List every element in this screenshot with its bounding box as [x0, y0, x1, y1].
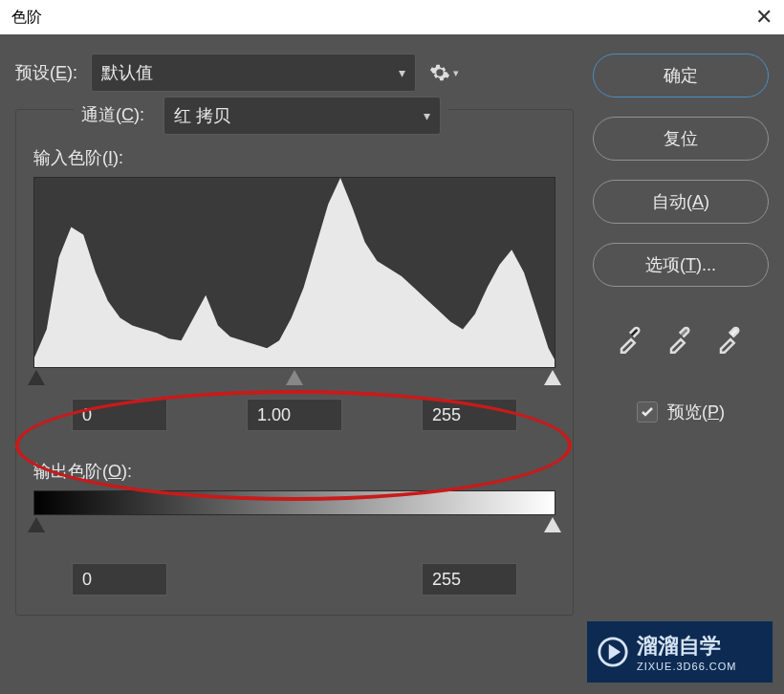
dialog-content: 预设(E): 默认值 ▾ ▾ 通道(C): 红 拷贝 ▾: [0, 34, 784, 635]
preset-label: 预设(E):: [15, 61, 77, 84]
output-levels-section: 输出色阶(O): 0 255: [33, 460, 555, 596]
channel-row: 通道(C): 红 拷贝 ▾: [74, 97, 448, 135]
watermark-brand: 溜溜自学: [637, 632, 736, 661]
output-gradient: [33, 490, 555, 515]
ok-button[interactable]: 确定: [593, 54, 769, 98]
titlebar: 色阶 ✕: [0, 0, 784, 34]
input-mid-field[interactable]: 1.00: [247, 399, 342, 431]
midtone-slider-handle[interactable]: [286, 370, 303, 385]
window-title: 色阶: [11, 8, 42, 28]
output-highlight-field[interactable]: 255: [422, 563, 517, 596]
close-icon[interactable]: ✕: [755, 5, 773, 30]
input-values-row: 0 1.00 255: [33, 399, 555, 431]
output-values-row: 0 255: [33, 563, 555, 596]
output-shadow-field[interactable]: 0: [72, 563, 167, 596]
input-shadow-field[interactable]: 0: [72, 399, 167, 431]
output-shadow-handle[interactable]: [28, 517, 45, 532]
output-slider-track[interactable]: [33, 517, 555, 536]
channel-select[interactable]: 红 拷贝 ▾: [163, 97, 441, 135]
preset-select[interactable]: 默认值 ▾: [91, 54, 416, 92]
shadow-slider-handle[interactable]: [28, 370, 45, 385]
input-highlight-field[interactable]: 255: [422, 399, 517, 431]
eyedropper-row: [593, 325, 769, 358]
watermark-url: ZIXUE.3D66.COM: [637, 661, 736, 672]
output-levels-label: 输出色阶(O):: [33, 460, 555, 483]
histogram: [33, 177, 555, 368]
watermark: 溜溜自学 ZIXUE.3D66.COM: [587, 621, 773, 683]
input-slider-track[interactable]: [33, 370, 555, 389]
preset-row: 预设(E): 默认值 ▾ ▾: [15, 54, 574, 92]
right-panel: 确定 复位 自动(A) 选项(T)... 预览(P): [593, 54, 769, 616]
channel-label: 通道(C):: [81, 105, 149, 124]
gray-point-eyedropper-icon[interactable]: [666, 325, 695, 358]
preview-checkbox[interactable]: [637, 401, 658, 423]
white-point-eyedropper-icon[interactable]: [716, 325, 745, 358]
auto-button[interactable]: 自动(A): [593, 180, 769, 224]
channel-value: 红 拷贝: [174, 104, 230, 127]
chevron-down-icon: ▾: [424, 108, 430, 123]
output-highlight-handle[interactable]: [544, 517, 561, 532]
chevron-down-icon: ▾: [399, 65, 405, 80]
preset-value: 默认值: [101, 61, 153, 84]
chevron-down-icon: ▾: [453, 67, 459, 79]
preset-menu-icon[interactable]: ▾: [429, 62, 459, 83]
input-levels-section: 输入色阶(I): 0 1.00 255: [33, 146, 555, 431]
reset-button[interactable]: 复位: [593, 117, 769, 161]
highlight-slider-handle[interactable]: [544, 370, 561, 385]
input-levels-label: 输入色阶(I):: [33, 146, 555, 169]
preview-row: 预览(P): [593, 401, 769, 423]
left-panel: 预设(E): 默认值 ▾ ▾ 通道(C): 红 拷贝 ▾: [15, 54, 574, 616]
levels-fieldset: 通道(C): 红 拷贝 ▾ 输入色阶(I):: [15, 109, 574, 616]
preview-label: 预览(P): [667, 401, 725, 423]
options-button[interactable]: 选项(T)...: [593, 243, 769, 287]
black-point-eyedropper-icon[interactable]: [617, 325, 645, 358]
